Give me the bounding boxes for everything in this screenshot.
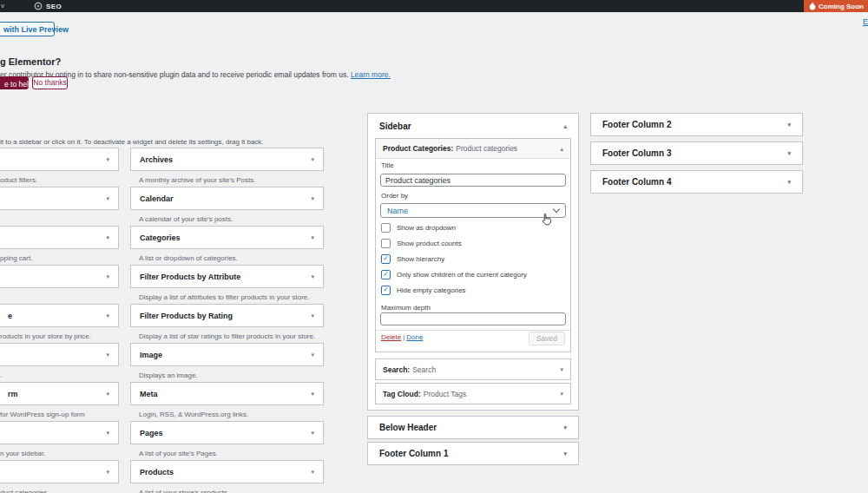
admin-bar-left-fragment[interactable]: v xyxy=(1,2,4,10)
widget-area-panel[interactable]: Footer Column 3 ▾ xyxy=(590,141,803,165)
available-widget[interactable]: ▾ xyxy=(0,265,119,288)
available-widget-title: Products xyxy=(140,468,174,477)
chevron-down-icon: ▾ xyxy=(311,352,314,358)
chevron-down-icon: ▾ xyxy=(106,430,109,436)
available-widget[interactable]: Archives ▾ xyxy=(130,148,324,171)
checkbox[interactable] xyxy=(381,239,391,248)
checkbox-label: Only show children of the current catego… xyxy=(397,271,527,279)
learn-more-link[interactable]: Learn more. xyxy=(351,70,391,79)
notice-decline-button[interactable]: No thanks xyxy=(32,76,68,89)
panel-title: Below Header xyxy=(379,423,437,432)
available-widget-description: A list of your site's Pages. xyxy=(139,450,218,457)
chevron-down-icon: ▾ xyxy=(311,391,314,397)
widget-area-panel[interactable]: Footer Column 4 ▾ xyxy=(590,170,803,194)
collapsed-widget[interactable]: Search: Search ▾ xyxy=(375,358,571,380)
available-widget-description: A list or dropdown of categories. xyxy=(139,254,238,262)
elementor-notice-heading: g Elementor? xyxy=(0,56,61,67)
chevron-down-icon: ▾ xyxy=(106,312,109,319)
widget-area-panel[interactable]: Footer Column 1 ▾ xyxy=(367,442,579,465)
checkbox[interactable]: ✓ xyxy=(381,270,391,279)
chevron-down-icon: ▾ xyxy=(787,150,791,156)
seo-gear-icon xyxy=(34,2,43,10)
chevron-down-icon: ▾ xyxy=(106,391,109,397)
manage-with-live-preview-button[interactable]: with Live Preview xyxy=(0,22,55,36)
sidebar-panel-header[interactable]: Sidebar ▴ xyxy=(368,114,578,138)
widget-option-row: Show as dropdown xyxy=(381,223,456,233)
panel-title: Footer Column 4 xyxy=(602,177,671,187)
chevron-down-icon: ▾ xyxy=(106,195,109,201)
sidebar-panel: Sidebar ▴ Product Categories: Product ca… xyxy=(367,113,579,411)
product-categories-widget: Product Categories: Product categories ▴… xyxy=(375,138,571,352)
checkbox[interactable]: ✓ xyxy=(381,254,391,264)
chevron-down-icon: ▾ xyxy=(787,122,791,128)
available-widget[interactable]: ▾ xyxy=(0,460,119,483)
delete-widget-link[interactable]: Delete xyxy=(381,333,401,341)
notice-accept-button[interactable]: e to help xyxy=(0,76,29,89)
checkbox[interactable] xyxy=(381,223,391,233)
live-preview-label: with Live Preview xyxy=(3,25,69,34)
widget-area-panel[interactable]: Below Header ▾ xyxy=(367,416,579,439)
available-widget[interactable]: Categories ▾ xyxy=(130,226,324,249)
available-widget-title: rm xyxy=(8,390,18,398)
checkbox-label: Show product counts xyxy=(397,240,462,247)
available-widget[interactable]: rm ▾ xyxy=(0,382,119,405)
available-widget-title: Filter Products by Rating xyxy=(140,312,233,320)
chevron-down-icon: ▾ xyxy=(311,234,314,240)
checkbox-label: Hide empty categories xyxy=(397,286,466,294)
available-widget[interactable]: Calendar ▾ xyxy=(130,187,324,210)
chevron-up-icon: ▴ xyxy=(560,146,563,152)
available-widget-title: Filter Products by Attribute xyxy=(140,273,240,281)
available-widget[interactable]: Products ▾ xyxy=(130,460,324,483)
widget-actions: Delete|Done xyxy=(381,333,423,341)
available-widget-description: Display a list of attributes to filter p… xyxy=(139,293,310,301)
saved-button[interactable]: Saved xyxy=(529,332,565,345)
maximum-depth-label: Maximum depth xyxy=(381,304,431,312)
title-input[interactable] xyxy=(380,174,566,187)
widget-option-row: ✓ Hide empty categories xyxy=(381,286,466,295)
collapsed-widget[interactable]: Tag Cloud: Product Tags ▾ xyxy=(375,383,571,404)
available-widget[interactable]: Filter Products by Attribute ▾ xyxy=(130,265,324,288)
available-widget-description: A monthly archive of your site's Posts. xyxy=(139,176,255,184)
available-widget-description: roducts in your store by price. xyxy=(0,332,91,340)
widget-option-row: ✓ Show hierarchy xyxy=(381,254,444,264)
available-widget[interactable]: ▾ xyxy=(0,148,119,171)
available-widget-description: n your sidebar. xyxy=(0,450,45,457)
available-widget[interactable]: Image ▾ xyxy=(130,343,324,366)
coming-soon-button[interactable]: Coming Soon xyxy=(804,0,868,12)
maximum-depth-input[interactable] xyxy=(380,312,566,325)
title-field-label: Title xyxy=(381,161,394,169)
checkbox-label: Show hierarchy xyxy=(397,255,444,263)
available-widgets-intro: it to a sidebar or click on it. To deact… xyxy=(0,138,264,146)
accessibility-mode-link[interactable]: En xyxy=(863,17,868,26)
available-widget[interactable]: e ▾ xyxy=(0,304,119,327)
widget-option-row: ✓ Only show children of the current cate… xyxy=(381,270,527,279)
chevron-down-icon: ▾ xyxy=(106,469,109,475)
order-by-value: Name xyxy=(387,207,408,215)
available-widget[interactable]: ▾ xyxy=(0,343,119,366)
available-widget[interactable]: Pages ▾ xyxy=(130,421,324,444)
chevron-down-icon: ▾ xyxy=(311,430,314,436)
available-widget-title: Meta xyxy=(140,390,158,398)
widget-name: Tag Cloud: xyxy=(383,390,421,398)
checkbox[interactable]: ✓ xyxy=(381,286,391,295)
available-widget[interactable]: ▾ xyxy=(0,187,119,210)
order-by-select[interactable]: Name xyxy=(380,203,566,218)
available-widget[interactable]: ▾ xyxy=(0,421,119,444)
available-widget[interactable]: Filter Products by Rating ▾ xyxy=(130,304,324,327)
widget-subtitle: Product categories xyxy=(456,144,517,153)
available-widget-title: Calendar xyxy=(140,194,174,203)
panel-title: Footer Column 2 xyxy=(602,120,671,129)
available-widget-description: pping cart. xyxy=(0,254,32,262)
widget-area-panel[interactable]: Footer Column 2 ▾ xyxy=(590,113,803,136)
widget-header[interactable]: Product Categories: Product categories ▴ xyxy=(376,139,570,159)
admin-bar-seo-menu[interactable]: SEO xyxy=(34,0,62,12)
available-widget[interactable]: Meta ▾ xyxy=(130,382,324,405)
done-link[interactable]: Done xyxy=(406,333,423,341)
available-widget-title: Archives xyxy=(140,155,173,164)
chevron-down-icon: ▾ xyxy=(787,179,791,185)
widget-name: Product Categories: xyxy=(383,144,453,153)
chevron-down-icon xyxy=(553,206,560,213)
chevron-up-icon: ▴ xyxy=(563,123,567,129)
available-widget[interactable]: ▾ xyxy=(0,226,119,249)
widget-name: Search: xyxy=(383,365,410,374)
